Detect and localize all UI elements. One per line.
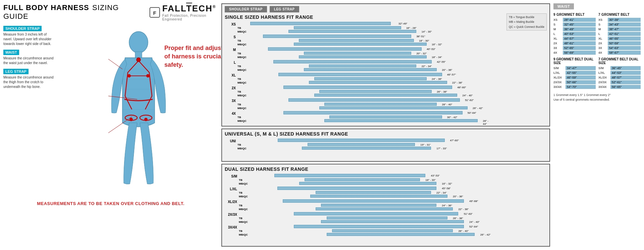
- universal-title: UNIVERSAL (S, M & L) SIZED HARNESS FIT R…: [225, 131, 547, 137]
- list-item: XL/2X 48"-57": [598, 76, 641, 80]
- list-item: 4X 58"-67": [598, 51, 641, 55]
- svg-point-2: [129, 32, 148, 53]
- table-row: UNI 47"-60" TB 19" - 31" MB/QC 17" -: [225, 139, 547, 150]
- shoulder-strap-desc: Measure from 3 inches left of navel. Upw…: [3, 32, 55, 46]
- table-row: 3X/4X 52"-64" TB 28" - 40" MB/QC: [225, 225, 513, 237]
- list-item: 2X 50"-59": [598, 41, 641, 45]
- nine-grommet-dual-title: 9 GROMMET BELT DUAL SIZE: [553, 57, 596, 65]
- list-item: L/XL 44"-53": [598, 71, 641, 75]
- svg-point-13: [127, 74, 131, 78]
- middle-section: SHOULDER STRAP LEG STRAP SINGLE SIZED HA…: [221, 3, 550, 247]
- svg-text:F: F: [153, 10, 156, 15]
- seven-grommet-dual-title: 7 GROMMET BELT DUAL SIZE: [598, 57, 641, 65]
- waist-label: WAIST: [3, 50, 19, 55]
- list-item: 3X/4X 56"-65": [598, 85, 641, 89]
- table-row: 4X 50"-64" TB 30" - 42" MB/QC: [225, 111, 493, 123]
- waist-desc: Measure the circumfrence around the wais…: [3, 56, 55, 65]
- strap-labels: SHOULDER STRAP Measure from 3 inches lef…: [3, 24, 55, 198]
- main-title: FULL BODY HARNESS SIZING GUIDE: [3, 3, 122, 21]
- list-item: 3X 52"-65": [553, 46, 596, 50]
- logo-block: F FALLTECH® Fall Protection, Precision E…: [149, 3, 218, 21]
- leg-strap-label: LEG STRAP: [3, 69, 29, 74]
- human-figure: Proper fit and adjustment of harness is …: [59, 24, 218, 198]
- belt-columns: 9 GROMMET BELT XS 28"-41" S 32"-45" M 36…: [553, 13, 641, 90]
- list-item: 4X 56"-69": [553, 51, 596, 55]
- single-sized-title: SINGLE SIZED HARNESS FIT RANGE: [225, 14, 547, 20]
- body-diagram-svg: [105, 29, 172, 193]
- svg-point-14: [146, 74, 150, 78]
- nine-grommet-title: 9 GROMMET BELT: [553, 13, 596, 16]
- chart-tabs: SHOULDER STRAP LEG STRAP: [225, 6, 547, 12]
- falltech-logo-icon: F: [149, 6, 160, 19]
- list-item: XL 46"-55": [598, 37, 641, 41]
- left-section: FULL BODY HARNESS SIZING GUIDE F FALLTEC…: [3, 3, 218, 247]
- waist-section-header: WAIST: [553, 3, 574, 9]
- legend-box: TB = Tongue Buckle MB = Mating Buckle QC…: [506, 13, 547, 31]
- universal-chart: UNIVERSAL (S, M & L) SIZED HARNESS FIT R…: [221, 129, 550, 162]
- table-row: XL/2X 49"-68" TB 24" - 36" MB/QC: [225, 199, 513, 211]
- svg-point-16: [144, 118, 148, 121]
- svg-point-12: [137, 58, 141, 62]
- list-item: XS 28"-41": [553, 18, 596, 22]
- nine-grommet-rows: XS 28"-41" S 32"-45" M 36"-49" L 40"-53": [553, 18, 596, 55]
- nine-grommet-col: 9 GROMMET BELT XS 28"-41" S 32"-45" M 36…: [553, 13, 596, 90]
- list-item: L 42"-51": [598, 32, 641, 36]
- single-sized-rows: XS 32"-49" TB 16" - 28" MB/QC: [225, 22, 547, 123]
- nine-grommet-dual-rows: S/M 34"-47" L/XL 42"-55" XL/2X 46"-59" 2…: [553, 66, 596, 89]
- shoulder-strap-tab: SHOULDER STRAP: [225, 6, 267, 12]
- list-item: 3X/4X 54"-70": [553, 85, 596, 89]
- list-item: S 34"-43": [598, 22, 641, 27]
- seven-grommet-rows: XS 30"-39" S 34"-43" M 38"-47" L 42"-51": [598, 18, 641, 55]
- table-row: 2X/3X 51"-63" TB 26" - 38" MB/QC: [225, 212, 513, 224]
- table-row: L/XL 45"-58" TB 22" - 34" MB/QC: [225, 187, 513, 198]
- table-row: XS 32"-49" TB 16" - 28" MB/QC: [225, 22, 493, 34]
- table-row: 3X 51"-62" TB 28" - 40" MB/QC: [225, 98, 493, 110]
- list-item: M 36"-49": [553, 27, 596, 31]
- list-item: M 38"-47": [598, 27, 641, 31]
- table-row: S 38"-51" TB 18" - 30" MB/QC: [225, 35, 493, 46]
- list-item: XS 30"-39": [598, 18, 641, 22]
- svg-line-17: [108, 59, 122, 69]
- single-sized-chart: SHOULDER STRAP LEG STRAP SINGLE SIZED HA…: [221, 3, 550, 127]
- list-item: S/M 34"-47": [553, 66, 596, 70]
- seven-grommet-col: 7 GROMMET BELT XS 30"-39" S 34"-43" M 38…: [598, 13, 641, 90]
- list-item: 2X/3X 50"-66": [553, 80, 596, 84]
- svg-rect-3: [135, 52, 142, 58]
- table-row: L 42"-55" TB 22" - 34" MB/QC: [225, 60, 493, 72]
- svg-point-15: [129, 118, 133, 121]
- list-item: 2X/3X 52"-61": [598, 80, 641, 84]
- table-row: XL 46"-57" TB 24" - 36" MB/QC: [225, 73, 493, 85]
- dual-sized-rows: S/M 43"-53" TB 18" - 30" MB/QC: [225, 174, 547, 237]
- seven-grommet-dual-rows: S/M 36"-45" L/XL 44"-53" XL/2X 48"-57" 2…: [598, 66, 641, 89]
- list-item: XL 44"-57": [553, 37, 596, 41]
- dual-sized-title: DUAL SIZED HARNESS FIT RANGE: [225, 166, 547, 172]
- logo-tagline: Fall Protection, Precision Engineered: [162, 14, 218, 21]
- list-item: S 32"-45": [553, 22, 596, 27]
- list-item: S/M 36"-45": [598, 66, 641, 70]
- list-item: 2X 48"-61": [553, 41, 596, 45]
- table-row: M 40"-53" TB 20" - 32" MB/QC: [225, 47, 493, 59]
- table-row: S/M 43"-53" TB 18" - 30" MB/QC: [225, 174, 513, 186]
- right-section: WAIST 9 GROMMET BELT XS 28"-41" S 32"-45…: [553, 3, 641, 247]
- grommet-note: 1 Grommet every 1.5" 1 Grommet every 2" …: [553, 93, 641, 102]
- logo-name: FALLTECH®: [162, 3, 218, 14]
- table-row: 2X 48"-60" TB 26" - 38" MB/QC: [225, 86, 493, 97]
- dual-sized-chart: DUAL SIZED HARNESS FIT RANGE S/M 43"-53"…: [221, 164, 550, 247]
- list-item: 3X 54"-63": [598, 46, 641, 50]
- shoulder-strap-label: SHOULDER STRAP: [3, 26, 42, 31]
- leg-strap-desc: Measure the circumfrence around the thig…: [3, 75, 55, 89]
- list-item: L 40"-53": [553, 32, 596, 36]
- seven-grommet-title: 7 GROMMET BELT: [598, 13, 641, 16]
- leg-strap-tab: LEG STRAP: [270, 6, 299, 12]
- list-item: XL/2X 46"-59": [553, 76, 596, 80]
- list-item: L/XL 42"-55": [553, 71, 596, 75]
- measurements-note: MEASUREMENTS ARE TO BE TAKEN OVER CLOTHI…: [3, 201, 218, 206]
